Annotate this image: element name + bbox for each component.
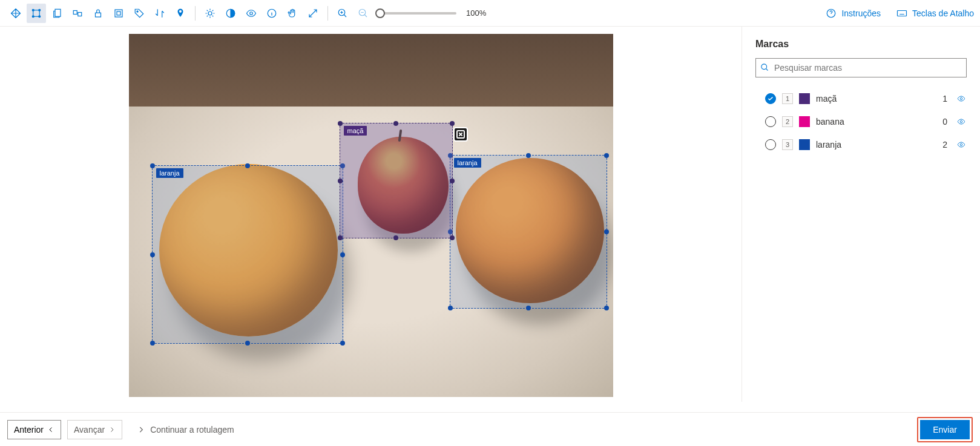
- chevron-right-icon: [108, 426, 116, 433]
- svg-rect-9: [115, 10, 122, 17]
- search-icon: [760, 63, 769, 72]
- tag-row-banana[interactable]: 2 banana 0: [755, 110, 967, 133]
- tag-row-laranja[interactable]: 3 laranja 2: [755, 133, 967, 156]
- tool-brightness-icon[interactable]: [200, 4, 220, 23]
- svg-point-21: [761, 64, 767, 70]
- svg-point-22: [960, 97, 962, 100]
- eye-icon[interactable]: [956, 94, 967, 103]
- submit-button[interactable]: Enviar: [920, 420, 970, 439]
- tool-lock-icon[interactable]: [88, 4, 108, 23]
- tool-pan-icon[interactable]: [283, 4, 302, 23]
- chevron-right-icon: [137, 425, 145, 434]
- tag-count: 1: [942, 94, 947, 103]
- svg-point-4: [39, 15, 41, 17]
- sidebar-title: Marcas: [755, 39, 967, 50]
- bounding-box-selected[interactable]: maçã: [340, 123, 453, 238]
- bbox-label: maçã: [344, 126, 367, 136]
- instructions-link[interactable]: Instruções: [826, 8, 881, 19]
- tag-color-swatch: [799, 139, 810, 150]
- canvas-area[interactable]: laranja laranja maçã: [0, 27, 742, 402]
- tag-color-swatch: [799, 93, 810, 104]
- svg-point-11: [137, 10, 138, 11]
- toolbar-separator: [195, 6, 196, 21]
- toolbar: 100% Instruções Teclas de Atalho: [0, 0, 980, 27]
- bbox-label: laranja: [454, 158, 481, 168]
- tool-swap-icon[interactable]: [150, 4, 169, 23]
- svg-point-23: [960, 120, 962, 123]
- tag-name: banana: [816, 117, 936, 126]
- bounding-box[interactable]: laranja: [450, 155, 607, 309]
- tag-radio[interactable]: [765, 139, 776, 150]
- tool-group-icon[interactable]: [68, 4, 87, 23]
- svg-rect-19: [898, 10, 907, 16]
- bbox-label: laranja: [156, 168, 183, 178]
- eye-icon[interactable]: [956, 117, 967, 126]
- svg-point-1: [32, 9, 34, 11]
- bbox-delete-button[interactable]: [453, 127, 468, 142]
- continue-labeling[interactable]: Continuar a rotulagem: [137, 425, 234, 435]
- footer: Anterior Avançar Continuar a rotulagem E…: [0, 412, 980, 446]
- svg-point-2: [39, 9, 41, 11]
- tag-name: laranja: [816, 140, 936, 149]
- next-button[interactable]: Avançar: [67, 420, 122, 439]
- canvas[interactable]: laranja laranja maçã: [129, 34, 613, 397]
- tag-count: 2: [942, 140, 947, 149]
- tool-visibility-icon[interactable]: [242, 4, 261, 23]
- tool-bbox-icon[interactable]: [27, 4, 46, 23]
- svg-point-12: [208, 11, 212, 15]
- tool-copy-icon[interactable]: [47, 4, 67, 23]
- tool-template-icon[interactable]: [109, 4, 128, 23]
- tag-row-maca[interactable]: 1 maçã 1: [755, 87, 967, 110]
- tag-hotkey: 2: [782, 116, 793, 127]
- shortcuts-link[interactable]: Teclas de Atalho: [896, 8, 974, 19]
- tool-pin-icon[interactable]: [171, 4, 190, 23]
- zoom-in-icon[interactable]: [333, 4, 352, 23]
- tool-contrast-icon[interactable]: [221, 4, 240, 23]
- svg-point-24: [960, 143, 962, 146]
- tag-radio[interactable]: [765, 116, 776, 127]
- bounding-box[interactable]: laranja: [152, 165, 343, 344]
- tag-count: 0: [942, 117, 947, 126]
- tool-tag-icon[interactable]: [130, 4, 149, 23]
- svg-rect-8: [96, 13, 101, 17]
- tag-radio[interactable]: [765, 93, 776, 104]
- tag-name: maçã: [816, 94, 936, 103]
- svg-rect-0: [33, 10, 40, 16]
- prev-button[interactable]: Anterior: [7, 420, 61, 439]
- tool-info-icon[interactable]: [262, 4, 281, 23]
- search-tags-input[interactable]: [755, 58, 967, 77]
- eye-icon[interactable]: [956, 140, 967, 149]
- svg-rect-5: [55, 9, 61, 16]
- toolbar-separator: [327, 6, 328, 21]
- tag-hotkey: 1: [782, 93, 793, 104]
- zoom-slider[interactable]: [378, 12, 456, 15]
- zoom-out-icon[interactable]: [354, 4, 373, 23]
- svg-rect-7: [78, 12, 82, 16]
- tool-move-icon[interactable]: [6, 4, 25, 23]
- submit-highlight: Enviar: [917, 417, 973, 442]
- tag-color-swatch: [799, 116, 810, 127]
- keyboard-icon: [896, 8, 907, 19]
- tool-expand-icon[interactable]: [303, 4, 323, 23]
- sidebar: Marcas 1 maçã 1 2 banana 0 3 laranja 2: [742, 27, 980, 402]
- svg-point-3: [32, 15, 34, 17]
- help-icon: [826, 8, 837, 19]
- svg-rect-6: [73, 10, 77, 14]
- svg-point-14: [250, 11, 253, 15]
- svg-rect-10: [117, 11, 120, 15]
- chevron-left-icon: [47, 426, 54, 433]
- zoom-value: 100%: [466, 8, 486, 18]
- tag-hotkey: 3: [782, 139, 793, 150]
